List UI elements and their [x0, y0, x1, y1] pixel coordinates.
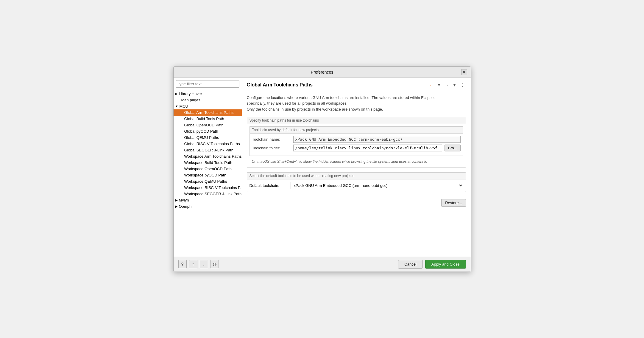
sidebar-item-label: Workspace pyOCD Path [184, 173, 226, 177]
sidebar-item-global-build-tools[interactable]: Global Build Tools Path [174, 116, 242, 122]
sidebar-item-label: Library Hover [179, 92, 202, 96]
toolchain-used-legend: Toolchain used by default for new projec… [250, 127, 463, 134]
sidebar-item-global-riscv[interactable]: Global RISC-V Toolchains Paths [174, 141, 242, 147]
sidebar-item-label: Global Arm Toolchains Paths [184, 110, 234, 115]
toolchain-name-label: Toolchain name: [252, 137, 291, 142]
sidebar-item-global-qemu[interactable]: Global QEMU Paths [174, 134, 242, 141]
sidebar-item-label: Workspace QEMU Paths [184, 179, 227, 184]
import-button[interactable]: ↓ [200, 260, 208, 268]
sidebar-item-mylyn[interactable]: ▶ Mylyn [174, 197, 242, 203]
toolchain-folder-row: Toolchain folder: Bro... [252, 145, 461, 151]
sidebar-item-workspace-segger[interactable]: Workspace SEGGER J-Link Path [174, 191, 242, 197]
search-input[interactable] [176, 80, 239, 88]
default-toolchain-select[interactable]: xPack GNU Arm Embedded GCC (arm-none-eab… [291, 182, 463, 189]
description-line-3: Only the toolchains in use by projects i… [247, 107, 383, 111]
sidebar-item-workspace-build[interactable]: Workspace Build Tools Path [174, 159, 242, 166]
dialog-title: Preferences [183, 70, 461, 75]
description-line-1: Configure the locations where various GN… [247, 95, 435, 100]
export-button[interactable]: ↑ [189, 260, 197, 268]
content-area: Global Arm Toolchains Paths ← ▾ → ▾ ⋮ Co… [242, 78, 471, 257]
forward-dropdown-button[interactable]: ▾ [451, 81, 458, 89]
toolchain-used-group: Toolchain used by default for new projec… [250, 126, 463, 156]
sidebar-item-oomph[interactable]: ▶ Oomph [174, 203, 242, 210]
sidebar-item-label: Global OpenOCD Path [184, 123, 224, 127]
sidebar-item-workspace-pyocd[interactable]: Workspace pyOCD Path [174, 172, 242, 178]
sidebar-item-label: Global RISC-V Toolchains Paths [184, 142, 240, 146]
sidebar-item-label: Global Build Tools Path [184, 117, 224, 121]
back-button[interactable]: ← [428, 81, 435, 89]
page-title: Global Arm Toolchains Paths [247, 82, 313, 88]
sidebar-item-global-pyocd[interactable]: Global pyOCD Path [174, 128, 242, 134]
chevron-right-icon: ▶ [175, 199, 178, 202]
preferences-button[interactable]: ◎ [210, 260, 219, 268]
content-header: Global Arm Toolchains Paths ← ▾ → ▾ ⋮ [242, 78, 471, 91]
toolchain-section-legend: Specify toolchain paths for in use toolc… [247, 117, 466, 124]
sidebar: ▶ Library Hover Man pages ▼ MCU Global A… [174, 78, 242, 257]
content-body: Configure the locations where various GN… [242, 91, 471, 257]
default-toolchain-row: Default toolchain: xPack GNU Arm Embedde… [247, 179, 466, 192]
toolchain-section-content: Toolchain used by default for new projec… [247, 124, 466, 167]
footer-left: ? ↑ ↓ ◎ [178, 260, 219, 268]
sidebar-item-mcu[interactable]: ▼ MCU [174, 103, 242, 109]
default-toolchain-legend: Select the default toolchain to be used … [247, 173, 466, 179]
sidebar-item-label: Workspace OpenOCD Path [184, 167, 232, 171]
sidebar-item-label: Man pages [181, 98, 200, 102]
hint-text: On macOS use Shift+Cmd+'.' to show the h… [250, 158, 463, 165]
chevron-down-icon: ▼ [175, 105, 178, 108]
page-description: Configure the locations where various GN… [247, 95, 466, 112]
browse-button[interactable]: Bro... [445, 145, 460, 151]
sidebar-item-label: Global pyOCD Path [184, 129, 218, 134]
sidebar-item-library-hover[interactable]: ▶ Library Hover [174, 91, 242, 97]
sidebar-item-label: Oomph [179, 204, 192, 209]
tree: ▶ Library Hover Man pages ▼ MCU Global A… [174, 90, 242, 257]
sidebar-item-global-segger[interactable]: Global SEGGER J-Link Path [174, 147, 242, 153]
sidebar-item-label: Workspace RISC-V Toolchains Paths [184, 185, 242, 190]
sidebar-item-workspace-qemu[interactable]: Workspace QEMU Paths [174, 178, 242, 184]
chevron-right-icon: ▶ [175, 92, 178, 95]
cancel-button[interactable]: Cancel [398, 260, 422, 269]
footer: ? ↑ ↓ ◎ Cancel Apply and Close [174, 257, 471, 272]
menu-button[interactable]: ⋮ [459, 81, 466, 89]
sidebar-item-global-arm-toolchains[interactable]: Global Arm Toolchains Paths [174, 109, 242, 116]
title-bar: Preferences ✕ [174, 67, 471, 78]
forward-button[interactable]: → [443, 81, 450, 89]
sidebar-item-workspace-openocd[interactable]: Workspace OpenOCD Path [174, 166, 242, 172]
default-toolchain-section: Select the default toolchain to be used … [247, 172, 466, 192]
toolchain-folder-input[interactable] [293, 145, 442, 151]
sidebar-item-label: Mylyn [179, 198, 189, 202]
dialog-body: ▶ Library Hover Man pages ▼ MCU Global A… [174, 78, 471, 257]
sidebar-item-label: Global QEMU Paths [184, 135, 219, 140]
close-button[interactable]: ✕ [461, 69, 467, 75]
sidebar-item-label: Global SEGGER J-Link Path [184, 148, 233, 152]
help-button[interactable]: ? [178, 260, 187, 268]
preferences-dialog: Preferences ✕ ▶ Library Hover Man pages … [173, 66, 471, 272]
toolchain-paths-section: Specify toolchain paths for in use toolc… [247, 117, 466, 168]
toolchain-used-content: Toolchain name: xPack GNU Arm Embedded G… [250, 134, 463, 156]
toolbar-icons: ← ▾ → ▾ ⋮ [428, 81, 466, 89]
sidebar-item-label: Workspace Arm Toolchains Paths [184, 154, 242, 159]
back-dropdown-button[interactable]: ▾ [436, 81, 443, 89]
description-line-2: specifically, they are used for all proj… [247, 101, 348, 106]
sidebar-item-workspace-arm[interactable]: Workspace Arm Toolchains Paths [174, 153, 242, 159]
toolchain-folder-label: Toolchain folder: [252, 146, 291, 150]
footer-right: Cancel Apply and Close [398, 260, 466, 269]
restore-area: Restore... [247, 197, 466, 209]
apply-close-button[interactable]: Apply and Close [425, 260, 466, 269]
restore-button[interactable]: Restore... [441, 199, 466, 207]
default-toolchain-label: Default toolchain: [250, 183, 288, 188]
chevron-right-icon: ▶ [175, 205, 178, 208]
sidebar-item-label: Workspace Build Tools Path [184, 160, 232, 165]
sidebar-item-global-openocd[interactable]: Global OpenOCD Path [174, 122, 242, 128]
toolchain-name-row: Toolchain name: xPack GNU Arm Embedded G… [252, 136, 461, 143]
sidebar-item-man-pages[interactable]: Man pages [174, 97, 242, 103]
sidebar-item-label: MCU [179, 104, 188, 108]
sidebar-item-label: Workspace SEGGER J-Link Path [184, 192, 242, 196]
toolchain-name-value: xPack GNU Arm Embedded GCC (arm-none-eab… [293, 136, 461, 143]
sidebar-item-workspace-riscv[interactable]: Workspace RISC-V Toolchains Paths [174, 184, 242, 191]
